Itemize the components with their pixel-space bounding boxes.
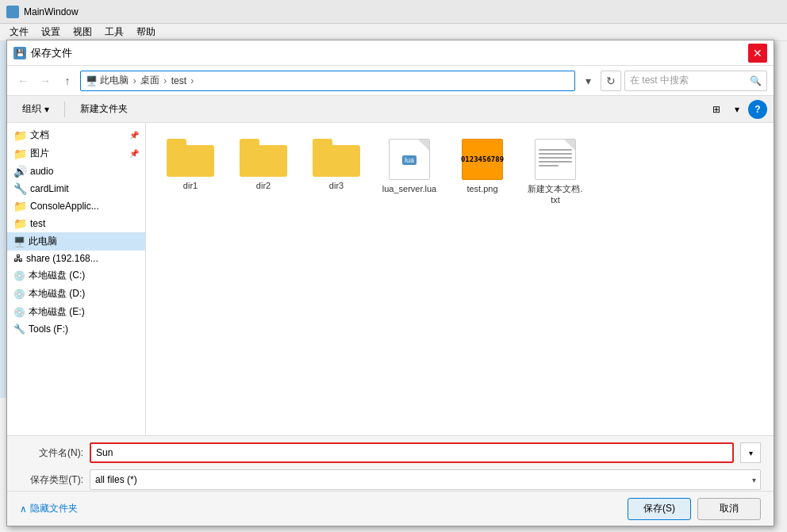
- toolbar-separator: [64, 101, 65, 117]
- hidden-folder-toggle[interactable]: ∧ 隐藏文件夹: [20, 502, 78, 515]
- file-item-lua[interactable]: lua lua_server.lua: [378, 136, 441, 209]
- nav-item-pictures[interactable]: 📁 图片 📌: [7, 144, 145, 163]
- search-placeholder: 在 test 中搜索: [630, 74, 689, 87]
- file-label-dir3: dir3: [329, 180, 344, 191]
- nav-item-drive-c[interactable]: 💿 本地磁盘 (C:): [7, 266, 145, 285]
- action-buttons: 保存(S) 取消: [628, 498, 761, 520]
- special-icon-audio: 🔊: [13, 165, 27, 178]
- path-segment-desktop: 桌面: [140, 74, 159, 87]
- organize-dropdown-icon: ▾: [44, 104, 49, 115]
- nav-item-drive-f[interactable]: 🔧 Tools (F:): [7, 321, 145, 337]
- main-window-menu: 文件 设置 视图 工具 帮助: [0, 24, 787, 41]
- content-area: 📁 文档 📌 📁 图片 📌 🔊 audio 🔧 cardLimit 📁 Cons…: [7, 123, 774, 454]
- txt-file-icon: [535, 139, 576, 180]
- file-panel: dir1 dir2 dir3 lua lua_server.lua: [146, 123, 774, 454]
- folder-icon-dir2: [240, 139, 287, 177]
- nav-item-share[interactable]: 🖧 share (192.168...: [7, 251, 145, 266]
- path-segment-test: test: [171, 75, 186, 86]
- filename-input-wrapper: [90, 442, 734, 463]
- nav-item-cardlimit[interactable]: 🔧 cardLimit: [7, 180, 145, 197]
- nav-item-documents[interactable]: 📁 文档 📌: [7, 126, 145, 144]
- filetype-label: 保存类型(T):: [20, 473, 83, 487]
- file-item-png[interactable]: 0123456789 test.png: [451, 136, 514, 209]
- nav-item-audio[interactable]: 🔊 audio: [7, 163, 145, 180]
- filename-dropdown-button[interactable]: ▾: [740, 442, 761, 463]
- file-label-png: test.png: [466, 183, 497, 194]
- back-button[interactable]: ←: [13, 71, 33, 90]
- menu-help[interactable]: 帮助: [130, 24, 162, 40]
- folder-icon-test: 📁: [13, 217, 27, 230]
- view-buttons: ⊞ ▾ ?: [707, 100, 767, 119]
- view-dropdown[interactable]: ▾: [727, 100, 747, 119]
- file-item-dir2[interactable]: dir2: [232, 136, 295, 209]
- dialog-icon: 💾: [13, 47, 26, 59]
- dialog-title: 保存文件: [31, 46, 72, 60]
- main-window-icon: [6, 6, 19, 18]
- cancel-button[interactable]: 取消: [697, 498, 761, 520]
- dialog-title-left: 💾 保存文件: [13, 46, 72, 60]
- chevron-down-icon: ∧: [20, 503, 27, 515]
- special-icon-card: 🔧: [13, 182, 27, 195]
- close-button[interactable]: ✕: [748, 44, 767, 63]
- filename-row: 文件名(N): ▾: [20, 442, 761, 463]
- drive-icon-e: 💿: [13, 307, 25, 318]
- file-item-txt[interactable]: 新建文本文档.txt: [524, 136, 587, 209]
- nav-item-drive-e[interactable]: 💿 本地磁盘 (E:): [7, 303, 145, 321]
- main-window-titlebar: MainWindow: [0, 0, 787, 24]
- address-bar: ← → ↑ 🖥️ 此电脑 › 桌面 › test › ▾ ↻ 在 test 中搜…: [7, 66, 774, 96]
- path-dropdown-button[interactable]: ▾: [578, 71, 597, 90]
- view-large-icon[interactable]: ⊞: [707, 100, 726, 119]
- main-window-title: MainWindow: [24, 6, 79, 17]
- up-button[interactable]: ↑: [58, 71, 77, 90]
- path-segment-computer: 🖥️ 此电脑: [86, 74, 129, 87]
- pin-icon-2: 📌: [129, 149, 139, 158]
- save-dialog: 💾 保存文件 ✕ ← → ↑ 🖥️ 此电脑 › 桌面 › test › ▾ ↻ …: [6, 40, 774, 526]
- file-item-dir1[interactable]: dir1: [159, 136, 222, 209]
- nav-item-test[interactable]: 📁 test: [7, 215, 145, 232]
- organize-button[interactable]: 组织 ▾: [13, 99, 58, 120]
- file-label-lua: lua_server.lua: [382, 183, 437, 194]
- action-bar: ∧ 隐藏文件夹 保存(S) 取消: [7, 491, 774, 526]
- nav-item-console[interactable]: 📁 ConsoleApplic...: [7, 197, 145, 215]
- search-box[interactable]: 在 test 中搜索 🔍: [624, 71, 767, 91]
- filename-input[interactable]: [90, 442, 734, 463]
- nav-item-computer[interactable]: 🖥️ 此电脑: [7, 232, 145, 251]
- menu-file[interactable]: 文件: [3, 24, 35, 40]
- folder-icon: 📁: [13, 129, 27, 142]
- help-button[interactable]: ?: [748, 100, 767, 119]
- toolbar: 组织 ▾ 新建文件夹 ⊞ ▾ ?: [7, 96, 774, 123]
- path-arrow-2: ›: [161, 75, 170, 86]
- folder-icon-dir1: [167, 139, 214, 177]
- forward-button[interactable]: →: [36, 71, 55, 90]
- file-item-dir3[interactable]: dir3: [305, 136, 368, 209]
- filetype-select[interactable]: all files (*): [90, 469, 761, 490]
- search-icon: 🔍: [750, 75, 762, 86]
- filetype-select-wrapper: all files (*) ▾: [90, 469, 761, 490]
- menu-settings[interactable]: 设置: [35, 24, 67, 40]
- folder-icon-console: 📁: [13, 200, 27, 212]
- lua-file-icon: lua: [389, 139, 430, 180]
- png-file-icon: 0123456789: [462, 139, 503, 180]
- file-input-bar: 文件名(N): ▾ 保存类型(T): all files (*) ▾: [7, 435, 774, 491]
- pin-icon: 📌: [129, 131, 139, 140]
- folder-icon-pictures: 📁: [13, 147, 27, 160]
- new-folder-button[interactable]: 新建文件夹: [71, 99, 136, 120]
- network-icon: 🖧: [13, 253, 23, 264]
- computer-nav-icon: 🖥️: [13, 236, 25, 247]
- address-path[interactable]: 🖥️ 此电脑 › 桌面 › test ›: [80, 71, 575, 91]
- folder-icon-dir3: [313, 139, 360, 177]
- drive-icon-c: 💿: [13, 270, 25, 281]
- navigation-panel: 📁 文档 📌 📁 图片 📌 🔊 audio 🔧 cardLimit 📁 Cons…: [7, 123, 146, 454]
- computer-icon: 🖥️: [86, 75, 98, 86]
- dialog-titlebar: 💾 保存文件 ✕: [7, 40, 774, 66]
- file-label-dir2: dir2: [256, 180, 271, 191]
- nav-item-drive-d[interactable]: 💿 本地磁盘 (D:): [7, 285, 145, 303]
- menu-tools[interactable]: 工具: [98, 24, 130, 40]
- refresh-button[interactable]: ↻: [601, 71, 621, 91]
- hidden-folder-label: 隐藏文件夹: [30, 502, 78, 515]
- save-button[interactable]: 保存(S): [628, 498, 691, 520]
- file-label-dir1: dir1: [183, 180, 198, 191]
- path-arrow-3: ›: [188, 75, 194, 86]
- menu-view[interactable]: 视图: [67, 24, 98, 40]
- drive-icon-f: 🔧: [13, 323, 25, 335]
